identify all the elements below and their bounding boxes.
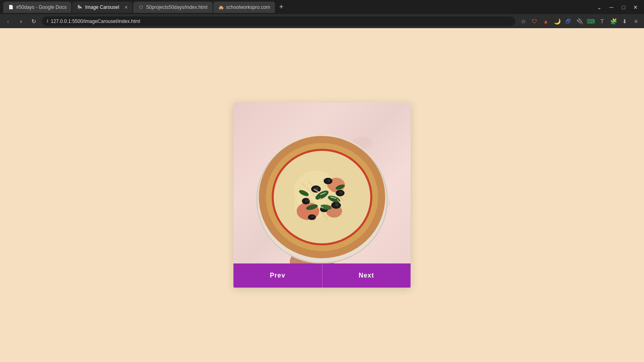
menu-button[interactable]: ≡ bbox=[631, 16, 641, 26]
tab-google-docs[interactable]: 📄 #50days - Google Docs bbox=[3, 2, 71, 13]
extension-icon[interactable]: 🔌 bbox=[575, 16, 584, 26]
tab-favicon-schoolworks: 🏫 bbox=[218, 4, 224, 10]
tab-label-google-docs: #50days - Google Docs bbox=[16, 4, 66, 10]
new-tab-button[interactable]: + bbox=[276, 2, 287, 13]
forward-icon: › bbox=[20, 18, 22, 25]
browser-chrome: 📄 #50days - Google Docs 🎠 Image Carousel… bbox=[0, 0, 644, 28]
prev-button[interactable]: Prev bbox=[233, 263, 322, 288]
carousel-buttons: Prev Next bbox=[233, 263, 411, 288]
tab-label-schoolworks: schoolworkspro.com bbox=[226, 4, 270, 10]
svg-point-38 bbox=[305, 200, 308, 202]
download-icon[interactable]: ⬇ bbox=[620, 16, 630, 26]
tab-image-carousel[interactable]: 🎠 Image Carousel × bbox=[72, 2, 132, 13]
window-controls: ⌄ ─ □ ✕ bbox=[594, 2, 641, 12]
toolbar-icons: ☆ 🛡 ▲ 🌙 🗗 🔌 ⌨ T 🧩 ⬇ ≡ bbox=[518, 16, 641, 26]
minimize-button[interactable]: ─ bbox=[606, 2, 617, 12]
secure-icon: ℹ bbox=[47, 19, 48, 24]
svg-point-40 bbox=[335, 203, 339, 206]
carousel-container: Prev Next bbox=[233, 103, 411, 288]
tab-schoolworks[interactable]: 🏫 schoolworkspro.com bbox=[213, 2, 275, 13]
main-content: Prev Next bbox=[0, 28, 644, 362]
pizza-image bbox=[233, 103, 411, 263]
brave-shield-icon[interactable]: 🛡 bbox=[530, 16, 539, 26]
tab-label-github: 50projects50days/index.html bbox=[146, 4, 207, 10]
tab-favicon-image-carousel: 🎠 bbox=[77, 4, 83, 10]
tab-list-button[interactable]: ⌄ bbox=[594, 2, 605, 12]
refresh-icon: ↻ bbox=[31, 18, 36, 25]
carousel-slide bbox=[233, 103, 411, 263]
tab-bar: 📄 #50days - Google Docs 🎠 Image Carousel… bbox=[0, 0, 644, 14]
tab-github[interactable]: ⬡ 50projects50days/index.html bbox=[133, 2, 212, 13]
tab-close-icon[interactable]: × bbox=[124, 4, 128, 10]
tab-favicon-google-docs: 📄 bbox=[8, 4, 14, 10]
address-text: 127.0.0.1:5500/imageCarousel/index.html bbox=[51, 19, 140, 24]
back-button[interactable]: ‹ bbox=[3, 16, 13, 26]
pizza-svg-wrapper bbox=[233, 103, 411, 263]
bookmark-button[interactable]: ☆ bbox=[518, 16, 528, 26]
puzzle-icon[interactable]: 🧩 bbox=[609, 16, 618, 26]
address-bar: ‹ › ↻ ℹ 127.0.0.1:5500/imageCarousel/ind… bbox=[0, 14, 644, 28]
close-button[interactable]: ✕ bbox=[630, 2, 641, 12]
browser-icon[interactable]: 🗗 bbox=[564, 16, 573, 26]
tab-label-image-carousel: Image Carousel bbox=[85, 4, 119, 10]
svg-point-36 bbox=[327, 179, 330, 182]
maximize-button[interactable]: □ bbox=[618, 2, 629, 12]
grammarly-icon[interactable]: T bbox=[597, 16, 607, 26]
forward-button[interactable]: › bbox=[16, 16, 26, 26]
address-input[interactable]: ℹ 127.0.0.1:5500/imageCarousel/index.htm… bbox=[42, 16, 515, 26]
tab-favicon-github: ⬡ bbox=[138, 4, 144, 10]
back-icon: ‹ bbox=[7, 18, 9, 25]
refresh-button[interactable]: ↻ bbox=[29, 16, 39, 26]
dark-mode-icon[interactable]: 🌙 bbox=[552, 16, 562, 26]
brave-rewards-icon[interactable]: ▲ bbox=[541, 16, 551, 26]
svg-point-46 bbox=[311, 216, 314, 218]
code-icon[interactable]: ⌨ bbox=[586, 16, 596, 26]
next-button[interactable]: Next bbox=[322, 263, 411, 288]
pizza-svg bbox=[237, 103, 407, 263]
svg-point-44 bbox=[339, 191, 343, 194]
